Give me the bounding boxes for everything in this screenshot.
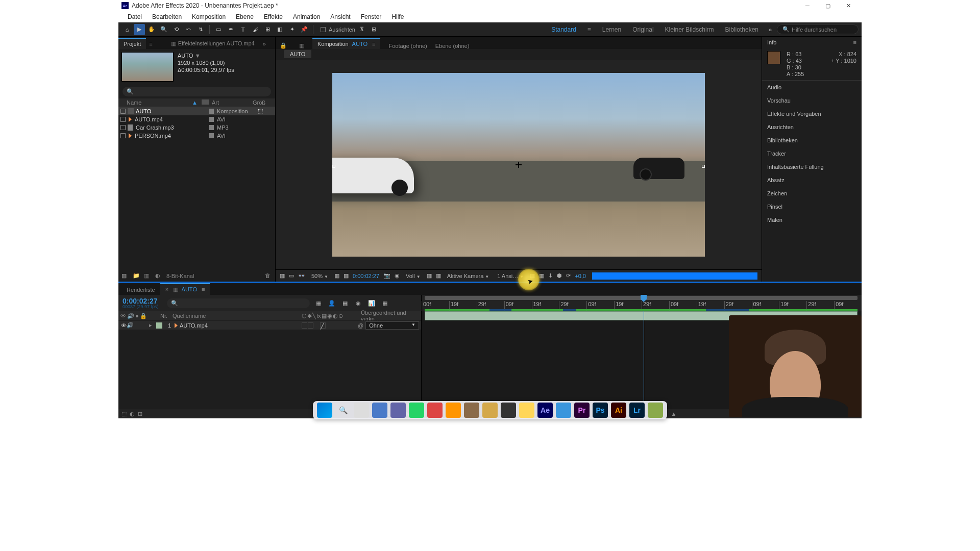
text-tool-icon[interactable]: T bbox=[237, 24, 249, 35]
pen-tool-icon[interactable]: ✒ bbox=[225, 24, 236, 35]
col-nr[interactable]: Nr. bbox=[158, 313, 169, 319]
toggle-switches-icon[interactable]: ⬚ bbox=[121, 411, 127, 417]
folder-icon[interactable]: 📁 bbox=[133, 272, 140, 280]
views-dropdown[interactable]: 1 Ansi… ▼ bbox=[495, 272, 526, 280]
taskbar-lr-icon[interactable]: Lr bbox=[629, 403, 645, 418]
panel-ausrichten[interactable]: Ausrichten bbox=[762, 120, 862, 134]
panel-tracker[interactable]: Tracker bbox=[762, 147, 862, 160]
taskbar-app6-icon[interactable] bbox=[648, 403, 663, 418]
breadcrumb[interactable]: AUTO bbox=[284, 50, 311, 58]
menu-effekte[interactable]: Effekte bbox=[259, 11, 288, 22]
rect-tool-icon[interactable]: ▭ bbox=[213, 24, 224, 35]
taskbar-firefox-icon[interactable] bbox=[446, 403, 461, 418]
home-icon[interactable]: ⌂ bbox=[121, 24, 133, 35]
orbit-tool-icon[interactable]: ⟲ bbox=[170, 24, 182, 35]
taskbar-search-icon[interactable]: 🔍 bbox=[335, 403, 351, 418]
close-button[interactable]: ✕ bbox=[838, 0, 859, 11]
label-chip[interactable] bbox=[209, 117, 214, 122]
taskbar-teams-icon[interactable] bbox=[390, 403, 406, 418]
col-solo-icon[interactable]: ● bbox=[135, 313, 139, 319]
lock-icon[interactable]: 🔒 bbox=[280, 42, 287, 49]
tab-layer[interactable]: Ebene (ohne) bbox=[435, 43, 470, 49]
taskbar-ai-icon[interactable]: Ai bbox=[611, 403, 626, 418]
col-art[interactable]: Art bbox=[212, 99, 253, 106]
project-item[interactable]: PERSON.mp4AVI bbox=[118, 132, 275, 140]
panel-absatz[interactable]: Absatz bbox=[762, 173, 862, 187]
brush-tool-icon[interactable]: 🖌 bbox=[250, 24, 261, 35]
parent-dropdown[interactable]: Ohne ▼ bbox=[365, 321, 419, 330]
resolution-dropdown[interactable]: Voll ▼ bbox=[404, 272, 423, 280]
timeline-search-input[interactable]: 🔍 bbox=[167, 298, 310, 308]
fast-preview-icon[interactable]: ▦ bbox=[539, 272, 544, 279]
workspace-standard[interactable]: Standard bbox=[546, 24, 581, 35]
col-audio-icon[interactable]: 🔊 bbox=[127, 313, 134, 319]
item-mark[interactable] bbox=[120, 109, 126, 114]
taskbar-app1-icon[interactable] bbox=[372, 403, 387, 418]
tab-effect-settings[interactable]: ▥Effekteinstellungen AUTO.mp4 bbox=[166, 38, 260, 49]
visibility-toggle[interactable]: 👁 bbox=[120, 322, 127, 329]
tab-composition[interactable]: Komposition AUTO ≡ bbox=[312, 38, 380, 49]
hand-tool-icon[interactable]: ✋ bbox=[146, 24, 157, 35]
comp-icon[interactable]: ▥ bbox=[144, 272, 151, 280]
current-time-indicator[interactable] bbox=[644, 311, 644, 409]
panel-bibliotheken[interactable]: Bibliotheken bbox=[762, 134, 862, 147]
menu-ansicht[interactable]: Ansicht bbox=[325, 11, 355, 22]
roi-icon[interactable]: ▦ bbox=[427, 272, 432, 279]
project-item[interactable]: Car Crash.mp3MP3 bbox=[118, 123, 275, 132]
panel-inhaltsbasierte-füllung[interactable]: Inhaltsbasierte Füllung bbox=[762, 160, 862, 173]
audio-toggle[interactable]: 🔊 bbox=[127, 322, 133, 329]
panel-menu-icon[interactable]: ≡ bbox=[853, 39, 856, 45]
pixel-aspect-icon[interactable]: ▦ bbox=[530, 272, 535, 279]
info-panel-title[interactable]: Info bbox=[767, 39, 776, 45]
panel-zeichen[interactable]: Zeichen bbox=[762, 187, 862, 200]
snap-icon[interactable]: ⊼ bbox=[356, 24, 368, 35]
taskbar-explorer-icon[interactable] bbox=[519, 403, 534, 418]
panel-malen[interactable]: Malen bbox=[762, 213, 862, 227]
ucs-tool-icon[interactable]: ↯ bbox=[195, 24, 206, 35]
toggle3-icon[interactable]: ⊞ bbox=[138, 411, 142, 417]
col-visibility-icon[interactable]: 👁 bbox=[120, 313, 126, 319]
label-chip[interactable] bbox=[209, 125, 214, 130]
minimize-button[interactable]: ─ bbox=[797, 0, 818, 11]
tab-close-icon[interactable]: × bbox=[165, 286, 168, 292]
align-checkbox[interactable] bbox=[321, 27, 326, 32]
item-mark[interactable] bbox=[120, 125, 126, 130]
snap2-icon[interactable]: ⊞ bbox=[369, 24, 380, 35]
panel-effekte-und-vorgaben[interactable]: Effekte und Vorgaben bbox=[762, 107, 862, 120]
taskbar-pr-icon[interactable]: Pr bbox=[574, 403, 590, 418]
selection-tool-icon[interactable]: ▶ bbox=[134, 24, 145, 35]
pickwhip-icon[interactable]: @ bbox=[358, 322, 363, 329]
tab-timeline-comp[interactable]: × ▥ AUTO ≡ bbox=[160, 283, 210, 295]
taskbar-app5-icon[interactable] bbox=[556, 403, 571, 418]
panel-vorschau[interactable]: Vorschau bbox=[762, 94, 862, 107]
project-item[interactable]: AUTOKomposition⬚ bbox=[118, 107, 275, 115]
adjust-icon[interactable]: ◐ bbox=[155, 272, 162, 280]
toggle2-icon[interactable]: ◐ bbox=[130, 411, 135, 417]
menu-hilfe[interactable]: Hilfe bbox=[386, 11, 409, 22]
taskbar-app3-icon[interactable] bbox=[464, 403, 479, 418]
taskbar-ps-icon[interactable]: Ps bbox=[593, 403, 608, 418]
exposure-value[interactable]: +0,0 bbox=[575, 273, 586, 279]
col-name[interactable]: Name bbox=[120, 99, 192, 106]
motionblur-icon[interactable]: ◉ bbox=[354, 300, 363, 307]
item-mark[interactable] bbox=[120, 133, 126, 138]
timeline-icon[interactable]: ⬇ bbox=[548, 272, 553, 279]
taskbar-ae-icon[interactable]: Ae bbox=[537, 403, 553, 418]
brain-icon[interactable]: ▦ bbox=[380, 300, 389, 307]
panel-audio[interactable]: Audio bbox=[762, 81, 862, 94]
show-channel-icon[interactable]: ◉ bbox=[395, 272, 400, 279]
maximize-button[interactable]: ▢ bbox=[818, 0, 838, 11]
frameblend-icon[interactable]: ▦ bbox=[340, 300, 350, 307]
taskbar-windows-icon[interactable] bbox=[317, 403, 332, 418]
tab-project[interactable]: Projekt bbox=[118, 38, 146, 49]
flowchart-icon[interactable]: ⬢ bbox=[557, 272, 562, 279]
channel-icon[interactable]: ▭ bbox=[289, 272, 294, 279]
workspace-kleiner[interactable]: Kleiner Bildschirm bbox=[660, 24, 719, 35]
workspace-lernen[interactable]: Lernen bbox=[597, 24, 626, 35]
panel-pinsel[interactable]: Pinsel bbox=[762, 200, 862, 213]
taskbar-app4-icon[interactable] bbox=[482, 403, 498, 418]
puppet-tool-icon[interactable]: 📌 bbox=[299, 24, 310, 35]
graph-icon[interactable]: 📊 bbox=[367, 300, 376, 307]
comp-mini-icon[interactable]: ▦ bbox=[314, 300, 323, 307]
label-chip[interactable] bbox=[209, 109, 214, 114]
